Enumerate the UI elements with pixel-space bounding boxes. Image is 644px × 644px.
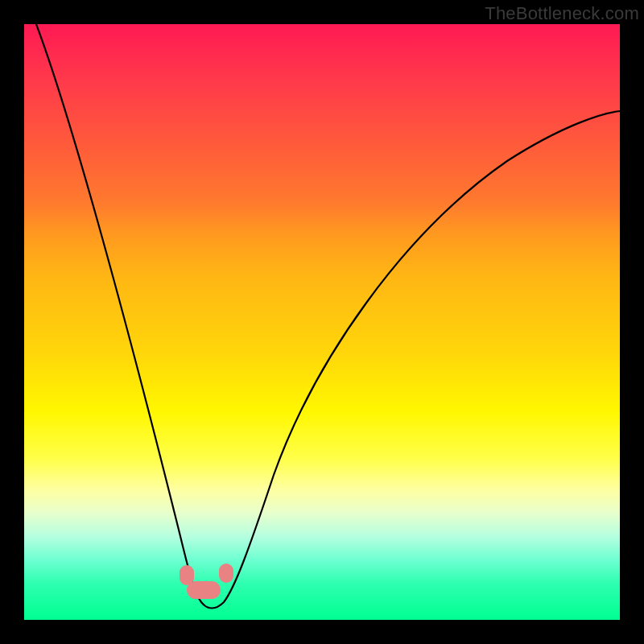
bottleneck-curve-path (36, 24, 620, 609)
watermark-text: TheBottleneck.com (485, 3, 639, 24)
curve-min-marker-right (219, 564, 233, 583)
bottleneck-curve (24, 24, 620, 620)
chart-plot-area (24, 24, 620, 620)
curve-min-marker-bottom (187, 581, 221, 599)
